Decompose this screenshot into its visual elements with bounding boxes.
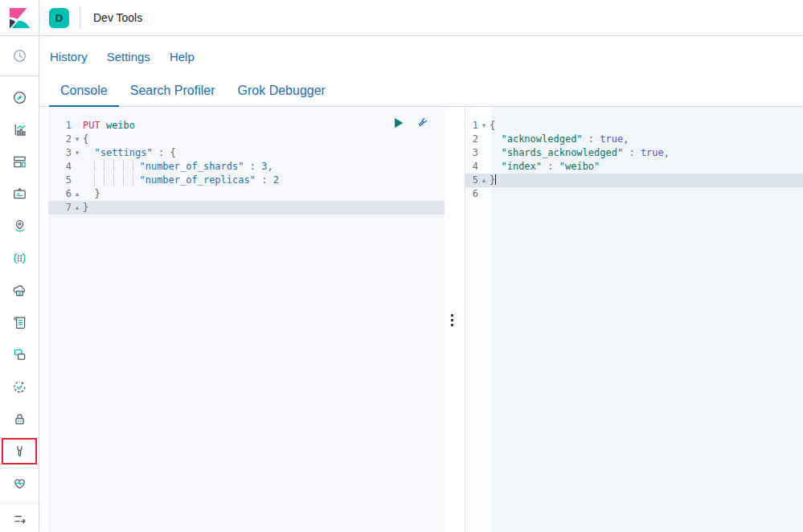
code-line-6: 6 (465, 187, 803, 201)
fold-toggle-icon[interactable]: ▴ (72, 201, 83, 215)
token-rstr: "weibo" (559, 161, 600, 172)
indent-guides (94, 160, 139, 172)
token-punct: : (629, 147, 634, 158)
sidebar-item-visualize[interactable] (0, 113, 39, 145)
token-plain (267, 174, 272, 186)
menu-link-help[interactable]: Help (170, 50, 195, 63)
line-number: 5 (465, 174, 478, 187)
token-rkey: "shards_acknowledged" (501, 147, 623, 158)
lock-icon (12, 411, 27, 427)
fold-toggle-icon[interactable]: ▾ (72, 146, 83, 160)
line-number: 4 (465, 160, 478, 174)
token-punct: } (94, 188, 100, 199)
sidebar-item-logs[interactable] (0, 306, 39, 338)
code-text[interactable]: { (83, 133, 445, 146)
kibana-logo-cell[interactable] (0, 0, 39, 35)
logs-scroll-icon (12, 315, 27, 330)
code-line-3: 3 "shards_acknowledged" : true, (465, 146, 803, 160)
line-number: 2 (465, 133, 478, 146)
code-line-4[interactable]: 4 "number_of_shards" : 3, (48, 160, 445, 174)
code-text[interactable]: PUT weibo (83, 119, 445, 133)
sidebar-item-discover[interactable] (0, 81, 39, 113)
code-text[interactable]: } (83, 187, 445, 201)
code-text[interactable]: "settings" : { (83, 146, 445, 160)
fold-toggle-icon[interactable]: ▾ (72, 133, 83, 146)
sidebar-item-uptime[interactable] (0, 370, 39, 403)
sidebar-item-canvas[interactable] (0, 178, 39, 210)
sidebar-item-maps[interactable] (0, 210, 39, 242)
header-divider (80, 6, 80, 29)
main-area: HistorySettingsHelp ConsoleSearch Profil… (39, 36, 803, 532)
token-rkey: "acknowledged" (501, 133, 582, 145)
resize-drag-handle[interactable] (451, 314, 453, 326)
sidebar-item-dev-tools[interactable] (2, 438, 37, 464)
sidebar-item-metrics[interactable] (0, 274, 39, 306)
sidebar-nav (0, 36, 39, 532)
code-line-7[interactable]: 7▴} (48, 201, 445, 215)
tab-grok-debugger[interactable]: Grok Debugger (227, 84, 337, 107)
metrics-cloud-icon (12, 283, 27, 298)
sidebar-item-collapse-nav[interactable] (0, 502, 39, 532)
line-number: 6 (48, 187, 72, 201)
token-key: "number_of_replicas" (139, 174, 256, 186)
text-cursor (495, 174, 496, 185)
token-plain (244, 161, 250, 172)
token-num: 2 (273, 174, 279, 186)
code-text (490, 187, 803, 201)
code-text: "index" : "weibo" (490, 160, 803, 174)
kibana-logo-icon (10, 8, 30, 28)
line-number: 6 (465, 187, 478, 201)
token-plain (554, 161, 559, 172)
token-punct: , (267, 161, 272, 172)
fold-toggle-icon[interactable]: ▴ (72, 187, 83, 201)
page-title: Dev Tools (93, 11, 142, 24)
tab-search-profiler[interactable]: Search Profiler (119, 84, 227, 107)
indent-guides (94, 174, 139, 186)
sidebar-item-siem[interactable] (0, 403, 39, 435)
code-line-5[interactable]: 5 "number_of_replicas" : 2 (48, 174, 445, 187)
collapse-icon (12, 511, 27, 526)
sidebar-item-recently-viewed[interactable] (0, 40, 39, 72)
token-bool: true (600, 133, 623, 145)
top-header: D Dev Tools (0, 0, 803, 36)
code-line-2[interactable]: 2▾{ (48, 133, 445, 146)
code-text: "acknowledged" : true, (490, 133, 803, 146)
code-text[interactable]: "number_of_shards" : 3, (83, 160, 445, 174)
sidebar-item-apm[interactable] (0, 338, 39, 370)
token-plain (83, 188, 94, 199)
sidebar-item-dashboard[interactable] (0, 145, 39, 178)
tab-console[interactable]: Console (49, 84, 119, 107)
ml-dots-icon (12, 251, 27, 266)
fold-spacer (72, 119, 83, 133)
code-line-4: 4 "index" : "weibo" (465, 160, 803, 174)
token-url: weibo (106, 120, 135, 131)
code-line-1: 1▾{ (465, 119, 803, 133)
code-line-1[interactable]: 1PUT weibo (48, 119, 445, 133)
sidebar-item-machine-learning[interactable] (0, 242, 39, 274)
kibana-dev-tools-window: D Dev Tools HistorySettingsHelp ConsoleS… (0, 0, 803, 532)
devtools-menu-bar: HistorySettingsHelp (39, 36, 803, 76)
app-badge: D (49, 8, 69, 28)
menu-link-settings[interactable]: Settings (107, 50, 150, 63)
code-text[interactable]: } (83, 201, 445, 215)
fold-spacer (478, 146, 490, 160)
code-text[interactable]: "number_of_replicas" : 2 (83, 174, 445, 187)
token-bool: true (641, 147, 664, 158)
menu-link-history[interactable]: History (50, 50, 88, 63)
request-editor[interactable]: 1PUT weibo2▾{3▾ "settings" : {4 "number_… (48, 107, 445, 532)
code-line-3[interactable]: 3▾ "settings" : { (48, 146, 445, 160)
line-number: 7 (48, 201, 72, 215)
token-plain (635, 147, 641, 158)
token-plain (83, 161, 94, 172)
token-plain (490, 161, 501, 172)
line-number: 3 (48, 146, 72, 160)
token-plain (83, 147, 94, 158)
sidebar-item-stack-monitoring[interactable] (0, 467, 39, 499)
fold-spacer (478, 160, 490, 174)
token-punct: , (664, 147, 670, 158)
code-line-6[interactable]: 6▴ } (48, 187, 445, 201)
code-text: "shards_acknowledged" : true, (490, 146, 803, 160)
fold-toggle-icon[interactable]: ▾ (478, 119, 490, 133)
panel-gap (445, 107, 465, 532)
fold-toggle-icon[interactable]: ▴ (478, 174, 490, 187)
